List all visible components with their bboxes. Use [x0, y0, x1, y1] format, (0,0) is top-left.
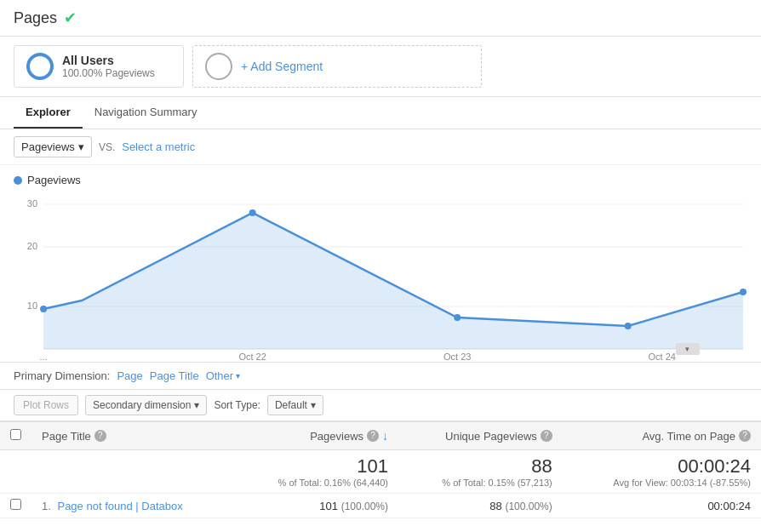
svg-point-8	[40, 306, 47, 312]
sort-type-label: Sort Type:	[214, 399, 260, 411]
totals-unique-cell: 88 % of Total: 0.15% (57,213)	[398, 450, 563, 494]
totals-checkbox-cell	[0, 450, 31, 494]
totals-row: 101 % of Total: 0.16% (64,440) 88 % of T…	[0, 450, 761, 494]
totals-avg-time-sub: Avg for View: 00:03:14 (-87.55%)	[573, 478, 751, 488]
row-1-unique-val: 88	[489, 500, 501, 512]
active-segment[interactable]: All Users 100.00% Pageviews	[14, 45, 184, 88]
legend-label: Pageviews	[27, 174, 81, 186]
th-pageviews: Pageviews ? ↓	[234, 422, 398, 450]
data-table: Page Title ? Pageviews ? ↓ Unique Pagevi…	[0, 421, 761, 518]
secondary-dimension-dropdown[interactable]: Secondary dimension ▾	[85, 395, 207, 415]
row-1-unique-pct: (100.00%)	[505, 501, 552, 512]
totals-pageviews-sub: % of Total: 0.16% (64,440)	[244, 478, 388, 488]
totals-pageviews-val: 101	[244, 455, 388, 478]
primary-dimension-bar: Primary Dimension: Page Page Title Other…	[0, 362, 761, 390]
th-avg-time-inner: Avg. Time on Page ?	[573, 430, 751, 443]
chart-svg: 30 20 10 ... Oct 22 Oct 23 Oct 24	[14, 192, 747, 362]
toolbar: Plot Rows Secondary dimension ▾ Sort Typ…	[0, 390, 761, 421]
secondary-dimension-label: Secondary dimension	[93, 399, 191, 411]
svg-text:30: 30	[27, 198, 37, 209]
row-1-pageviews-cell: 101 (100.00%)	[234, 494, 398, 518]
row-1-pageviews-pct: (100.00%)	[341, 501, 388, 512]
svg-point-11	[625, 323, 632, 329]
chart-area: Pageviews 30 20 10 ... Oct 22	[0, 165, 761, 362]
add-segment-label: + Add Segment	[241, 60, 323, 73]
select-metric-link[interactable]: Select a metric	[122, 140, 195, 153]
metric-dropdown-arrow: ▾	[78, 140, 84, 153]
th-page-title-help-icon[interactable]: ?	[94, 430, 106, 442]
row-1-page-title-cell: 1. Page not found | Databox	[31, 494, 234, 518]
table-header-row: Page Title ? Pageviews ? ↓ Unique Pagevi…	[0, 422, 761, 450]
th-avg-time-help-icon[interactable]: ?	[739, 430, 751, 442]
primary-dim-label: Primary Dimension:	[14, 369, 110, 382]
page-header: Pages ✔	[0, 0, 761, 37]
segment-text: All Users 100.00% Pageviews	[62, 54, 155, 79]
th-avg-time: Avg. Time on Page ?	[563, 422, 761, 450]
row-1-page-title-link[interactable]: Page not found | Databox	[57, 500, 182, 512]
row-1-avg-time-val: 00:00:24	[707, 500, 751, 512]
th-page-title: Page Title ?	[31, 422, 234, 450]
tab-explorer[interactable]: Explorer	[14, 97, 83, 129]
row-1-num: 1.	[42, 500, 51, 512]
table-row: 1. Page not found | Databox 101 (100.00%…	[0, 494, 761, 518]
metric-select-dropdown[interactable]: Pageviews ▾	[14, 136, 92, 157]
row-1-checkbox[interactable]	[10, 499, 21, 510]
page-title: Pages	[14, 9, 57, 27]
row-1-checkbox-cell	[0, 494, 31, 518]
th-pageviews-help-icon[interactable]: ?	[367, 430, 379, 442]
svg-point-12	[740, 289, 747, 295]
add-segment-circle-icon	[205, 53, 232, 80]
chart-container: 30 20 10 ... Oct 22 Oct 23 Oct 24	[14, 192, 747, 362]
segment-sub: 100.00% Pageviews	[62, 67, 155, 79]
svg-text:Oct 22: Oct 22	[238, 352, 266, 362]
svg-point-9	[249, 209, 256, 216]
add-segment-button[interactable]: + Add Segment	[192, 45, 482, 88]
svg-point-10	[454, 314, 461, 321]
svg-text:Oct 23: Oct 23	[443, 352, 471, 362]
select-all-checkbox[interactable]	[10, 429, 21, 440]
th-page-title-inner: Page Title ?	[42, 430, 224, 443]
legend-dot-icon	[14, 176, 22, 185]
row-1-unique-cell: 88 (100.00%)	[398, 494, 563, 518]
svg-text:...: ...	[39, 352, 47, 362]
dim-other-label: Other	[206, 369, 234, 382]
segment-bar: All Users 100.00% Pageviews + Add Segmen…	[0, 37, 761, 97]
chart-legend: Pageviews	[14, 174, 747, 186]
row-1-avg-time-cell: 00:00:24	[563, 494, 761, 518]
th-pageviews-inner: Pageviews ? ↓	[244, 429, 388, 443]
tab-navigation-summary[interactable]: Navigation Summary	[83, 97, 209, 129]
svg-text:10: 10	[27, 300, 37, 311]
dim-page-title-link[interactable]: Page Title	[150, 369, 199, 382]
dim-page-link[interactable]: Page	[117, 369, 142, 382]
svg-text:▾: ▾	[685, 345, 689, 353]
secondary-dim-caret-icon: ▾	[194, 399, 199, 411]
svg-text:20: 20	[27, 241, 37, 251]
segment-label: All Users	[62, 54, 155, 67]
select-all-header	[0, 422, 31, 450]
metric-select-label: Pageviews	[21, 140, 75, 153]
metric-bar: Pageviews ▾ VS. Select a metric	[0, 129, 761, 165]
sort-default-label: Default	[275, 399, 307, 411]
totals-unique-sub: % of Total: 0.15% (57,213)	[409, 478, 552, 488]
th-unique-help-icon[interactable]: ?	[541, 430, 552, 442]
sort-default-caret-icon: ▾	[311, 399, 316, 411]
dim-other-dropdown[interactable]: Other ▾	[206, 369, 241, 382]
row-1-pageviews-val: 101	[319, 500, 338, 512]
th-unique-pageviews: Unique Pageviews ?	[398, 422, 563, 450]
totals-avg-time-val: 00:00:24	[573, 455, 751, 478]
svg-marker-7	[43, 213, 743, 349]
sort-arrow-icon[interactable]: ↓	[382, 429, 388, 443]
plot-rows-button[interactable]: Plot Rows	[14, 395, 78, 415]
segment-circle-icon	[26, 53, 54, 80]
vs-label: VS.	[99, 141, 115, 153]
totals-pageviews-cell: 101 % of Total: 0.16% (64,440)	[234, 450, 398, 494]
verified-icon: ✔	[64, 9, 77, 27]
sort-default-dropdown[interactable]: Default ▾	[267, 395, 323, 415]
totals-page-title-cell	[31, 450, 234, 494]
totals-avg-time-cell: 00:00:24 Avg for View: 00:03:14 (-87.55%…	[563, 450, 761, 494]
th-unique-inner: Unique Pageviews ?	[409, 430, 552, 443]
other-caret-icon: ▾	[236, 371, 240, 380]
svg-text:Oct 24: Oct 24	[649, 352, 676, 362]
totals-unique-val: 88	[409, 455, 552, 478]
tabs-bar: Explorer Navigation Summary	[0, 97, 761, 129]
